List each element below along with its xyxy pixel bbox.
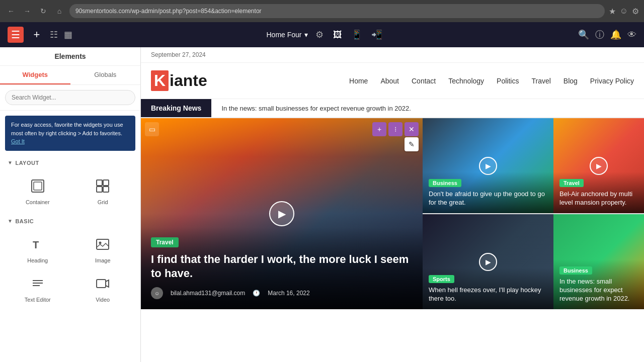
nav-privacy[interactable]: Privacy Policy <box>590 77 634 85</box>
drag-handle[interactable]: ⁝ <box>388 122 403 136</box>
forward-button[interactable]: → <box>21 5 33 17</box>
section-grid-icon[interactable]: ▭ <box>145 122 159 136</box>
tab-widgets[interactable]: Widgets <box>0 66 70 84</box>
layout-section-label: ▼ Layout <box>0 156 140 170</box>
widget-video[interactable]: Video <box>70 270 136 309</box>
sidebar-tabs: Widgets Globals <box>0 66 140 85</box>
nav-home[interactable]: Home <box>349 77 368 85</box>
layers-icon[interactable]: ▦ <box>64 29 72 40</box>
widget-heading[interactable]: T Heading <box>5 231 70 270</box>
tip-link[interactable]: Got It <box>11 138 25 144</box>
container-label: Container <box>26 199 50 205</box>
article-title: I find that the harder I work, the more … <box>151 252 413 281</box>
topbar-right: 🔍 ⓘ 🔔 👁 <box>578 29 636 41</box>
far-card-travel-overlay: Travel Bel-Air anchored by multi level m… <box>553 172 644 213</box>
profile-icon[interactable]: ☺ <box>620 7 628 16</box>
device-icons: 🖼 📱 📲 <box>331 27 384 42</box>
nav-links: Home About Contact Technology Politics T… <box>349 77 634 85</box>
article-overlay: Travel I find that the harder I work, th… <box>141 227 423 309</box>
date-bar: September 27, 2024 <box>141 47 644 63</box>
article-date: March 16, 2022 <box>268 290 309 297</box>
tablet-icon[interactable]: 📱 <box>349 27 364 42</box>
video-icon <box>96 277 110 294</box>
add-element-button[interactable]: + <box>30 28 44 42</box>
image-icon <box>96 237 110 254</box>
home-button[interactable]: ⌂ <box>53 5 65 17</box>
date-text: September 27, 2024 <box>151 51 206 58</box>
logo: Kiante <box>151 70 207 91</box>
text-editor-icon <box>31 277 45 294</box>
bell-icon[interactable]: 🔔 <box>610 29 621 40</box>
far-card-travel: ▶ Travel Bel-Air anchored by multi level… <box>553 118 644 213</box>
far-card-business2-tag: Business <box>559 266 592 275</box>
card-sports: ▶ Sports When hell freezes over, I'll pl… <box>423 214 553 309</box>
article-meta: ☺ bilal.ahmad131@gmail.com 🕐 March 16, 2… <box>151 287 413 299</box>
right-cards: ▶ Business Don't be afraid to give up th… <box>423 118 553 309</box>
nav-contact[interactable]: Contact <box>412 77 436 85</box>
page-frame: September 27, 2024 Kiante Home About Con… <box>141 47 644 362</box>
elementor-topbar: ☰ + ☷ ▦ Home Four ▾ ⚙ 🖼 📱 📲 🔍 ⓘ 🔔 👁 <box>0 22 644 47</box>
topbar-center: Home Four ▾ ⚙ 🖼 📱 📲 <box>266 27 384 42</box>
tip-box: For easy access, favorite the widgets yo… <box>5 116 135 151</box>
play-button[interactable]: ▶ <box>269 201 294 226</box>
card-business-tag: Business <box>429 179 461 187</box>
hamburger-menu[interactable]: ☰ <box>8 27 24 43</box>
add-section-button[interactable]: + <box>372 122 386 136</box>
nav-politics[interactable]: Politics <box>497 77 519 85</box>
heading-label: Heading <box>27 257 48 263</box>
widget-grid[interactable]: Grid <box>70 172 136 212</box>
widget-text-editor[interactable]: Text Editor <box>5 270 70 309</box>
widget-container[interactable]: Container <box>5 172 70 212</box>
page-title-text: Home Four <box>266 31 301 39</box>
mobile-icon[interactable]: 📲 <box>369 27 384 42</box>
layout-label-text: Layout <box>15 160 39 166</box>
card-business-overlay: Business Don't be afraid to give up the … <box>423 172 553 213</box>
search-icon[interactable]: 🔍 <box>578 29 589 40</box>
far-card-business2: Business In the news: small businesses f… <box>553 214 644 309</box>
text-editor-label: Text Editor <box>25 297 51 303</box>
page-nav: Kiante Home About Contact Technology Pol… <box>141 63 644 99</box>
canvas-area: September 27, 2024 Kiante Home About Con… <box>141 47 644 362</box>
help-icon[interactable]: ⓘ <box>595 29 604 41</box>
clock-icon: 🕐 <box>253 290 260 297</box>
nav-technology[interactable]: Technology <box>448 77 484 85</box>
chevron-down-icon: ▾ <box>304 31 308 39</box>
back-button[interactable]: ← <box>5 5 17 17</box>
refresh-button[interactable]: ↻ <box>37 5 49 17</box>
basic-label-text: Basic <box>15 218 34 224</box>
desktop-icon[interactable]: 🖼 <box>331 28 344 42</box>
svg-text:T: T <box>33 239 39 250</box>
basic-arrow-icon: ▼ <box>8 218 13 224</box>
breaking-news-label: Breaking News <box>141 99 211 117</box>
grid-icon <box>96 179 110 196</box>
nav-travel[interactable]: Travel <box>531 77 550 85</box>
address-bar[interactable]: 90smentortools.com/wp-admin/post.php?pos… <box>69 4 605 18</box>
svg-rect-4 <box>97 187 102 192</box>
edit-section-button[interactable]: ✎ <box>405 137 419 151</box>
customize-icon[interactable]: ☷ <box>50 29 58 40</box>
search-input[interactable] <box>5 90 135 105</box>
svg-rect-3 <box>103 180 109 186</box>
tab-globals[interactable]: Globals <box>70 66 141 84</box>
sidebar: Elements Widgets Globals For easy access… <box>0 47 141 362</box>
article-toolbar: + ⁝ ✕ <box>372 122 419 136</box>
extension-icon[interactable]: ⚙ <box>632 7 639 16</box>
close-section-button[interactable]: ✕ <box>405 122 419 136</box>
eye-icon[interactable]: 👁 <box>627 30 636 40</box>
nav-blog[interactable]: Blog <box>564 77 578 85</box>
widget-image[interactable]: Image <box>70 231 136 270</box>
nav-about[interactable]: About <box>380 77 399 85</box>
grid-label: Grid <box>98 199 108 205</box>
page-title-selector[interactable]: Home Four ▾ <box>266 31 307 39</box>
author-name: bilal.ahmad131@gmail.com <box>171 290 245 297</box>
breaking-news-text: In the news: small businesses for expect… <box>211 100 644 117</box>
svg-rect-2 <box>97 180 102 186</box>
breaking-news-bar: Breaking News In the news: small busines… <box>141 99 644 118</box>
container-icon <box>31 179 45 196</box>
star-icon[interactable]: ★ <box>609 7 616 16</box>
far-card-travel-text: Bel-Air anchored by multi level mansion … <box>559 190 638 207</box>
card-sports-text: When hell freezes over, I'll play hockey… <box>429 286 547 303</box>
card-sports-overlay: Sports When hell freezes over, I'll play… <box>423 268 553 309</box>
search-widget-container <box>0 85 140 111</box>
settings-icon[interactable]: ⚙ <box>315 29 324 40</box>
